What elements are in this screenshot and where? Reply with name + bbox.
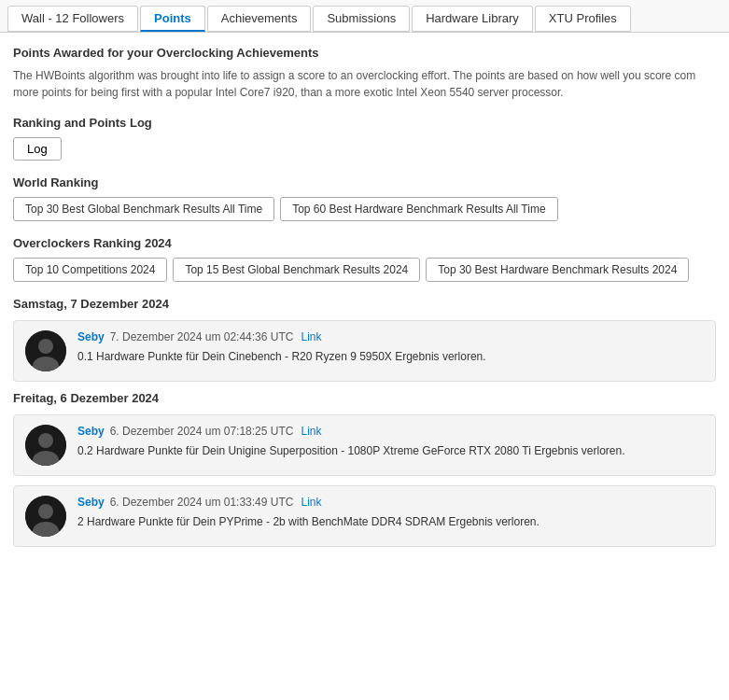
overclockers-buttons: Top 10 Competitions 2024Top 15 Best Glob… — [13, 258, 716, 282]
points-title: Points Awarded for your Overclocking Ach… — [13, 46, 716, 60]
entry-user[interactable]: Seby — [77, 496, 105, 509]
log-entry: Seby7. Dezember 2024 um 02:44:36 UTCLink… — [13, 320, 716, 382]
tab-bar: Wall - 12 FollowersPointsAchievementsSub… — [0, 0, 729, 33]
log-entry: Seby6. Dezember 2024 um 01:33:49 UTCLink… — [13, 485, 716, 547]
points-description: The HWBoints algorithm was brought into … — [13, 67, 716, 101]
overclockers-btn[interactable]: Top 30 Best Hardware Benchmark Results 2… — [426, 258, 689, 282]
world-ranking-buttons: Top 30 Best Global Benchmark Results All… — [13, 197, 716, 221]
log-button[interactable]: Log — [13, 137, 62, 161]
entry-user[interactable]: Seby — [77, 330, 105, 343]
world-ranking-btn[interactable]: Top 30 Best Global Benchmark Results All… — [13, 197, 274, 221]
tab-achievements[interactable]: Achievements — [207, 6, 312, 32]
entry-text: 0.2 Hardware Punkte für Dein Unigine Sup… — [77, 442, 704, 459]
ranking-log-title: Ranking and Points Log — [13, 116, 716, 130]
entry-text: 0.1 Hardware Punkte für Dein Cinebench -… — [77, 348, 704, 365]
entry-meta: Seby7. Dezember 2024 um 02:44:36 UTCLink — [77, 330, 704, 343]
entry-body: Seby7. Dezember 2024 um 02:44:36 UTCLink… — [77, 330, 704, 365]
entry-body: Seby6. Dezember 2024 um 07:18:25 UTCLink… — [77, 425, 704, 459]
date-heading: Samstag, 7 Dezember 2024 — [13, 297, 716, 311]
entry-link[interactable]: Link — [301, 425, 321, 438]
overclockers-btn[interactable]: Top 15 Best Global Benchmark Results 202… — [173, 258, 420, 282]
tab-hardware-library[interactable]: Hardware Library — [412, 6, 533, 32]
entry-link[interactable]: Link — [301, 330, 321, 343]
world-ranking-btn[interactable]: Top 60 Best Hardware Benchmark Results A… — [280, 197, 557, 221]
avatar — [25, 496, 66, 537]
date-heading: Freitag, 6 Dezember 2024 — [13, 391, 716, 405]
world-ranking-section: World Ranking Top 30 Best Global Benchma… — [13, 175, 716, 221]
log-entry: Seby6. Dezember 2024 um 07:18:25 UTCLink… — [13, 414, 716, 476]
entry-time: 6. Dezember 2024 um 01:33:49 UTC — [110, 496, 294, 509]
overclockers-ranking-section: Overclockers Ranking 2024 Top 10 Competi… — [13, 236, 716, 282]
entry-time: 6. Dezember 2024 um 07:18:25 UTC — [110, 425, 294, 438]
tab-wall[interactable]: Wall - 12 Followers — [7, 6, 138, 32]
svg-point-7 — [38, 504, 53, 519]
main-content: Points Awarded for your Overclocking Ach… — [0, 33, 729, 569]
entry-user[interactable]: Seby — [77, 425, 105, 438]
log-entries-container: Samstag, 7 Dezember 2024 Seby7. Dezember… — [13, 297, 716, 547]
entry-text: 2 Hardware Punkte für Dein PYPrime - 2b … — [77, 513, 704, 530]
overclockers-title: Overclockers Ranking 2024 — [13, 236, 716, 250]
world-ranking-title: World Ranking — [13, 175, 716, 189]
tab-xtu-profiles[interactable]: XTU Profiles — [535, 6, 631, 32]
avatar — [25, 425, 66, 466]
svg-point-1 — [38, 339, 53, 354]
entry-time: 7. Dezember 2024 um 02:44:36 UTC — [110, 330, 294, 343]
entry-link[interactable]: Link — [301, 496, 321, 509]
svg-point-4 — [38, 433, 53, 448]
tab-points[interactable]: Points — [140, 6, 205, 32]
entry-meta: Seby6. Dezember 2024 um 01:33:49 UTCLink — [77, 496, 704, 509]
overclockers-btn[interactable]: Top 10 Competitions 2024 — [13, 258, 167, 282]
avatar — [25, 330, 66, 371]
tab-submissions[interactable]: Submissions — [313, 6, 410, 32]
entry-meta: Seby6. Dezember 2024 um 07:18:25 UTCLink — [77, 425, 704, 438]
entry-body: Seby6. Dezember 2024 um 01:33:49 UTCLink… — [77, 496, 704, 530]
